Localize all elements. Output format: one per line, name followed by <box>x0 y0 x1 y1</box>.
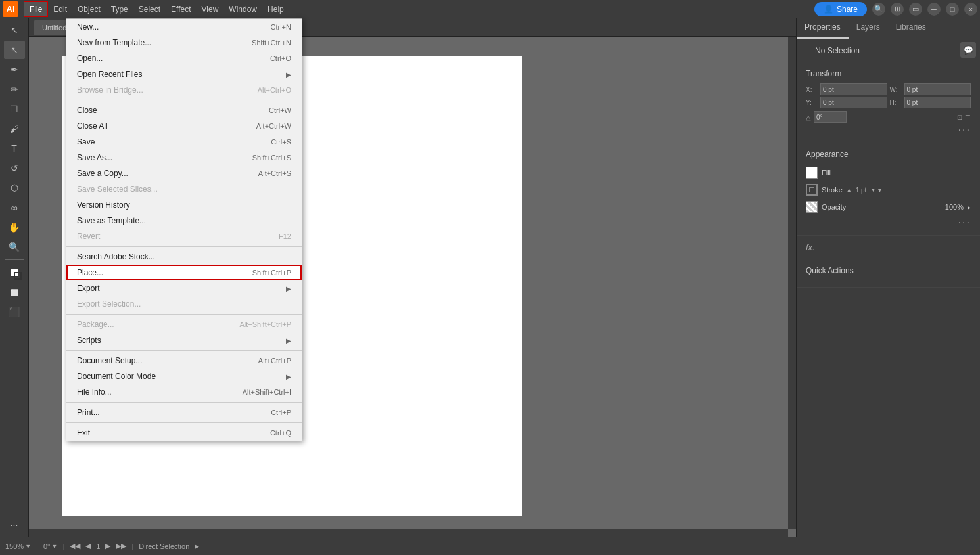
menu-save[interactable]: Save Ctrl+S <box>66 134 302 150</box>
menu-file-info[interactable]: File Info... Alt+Shift+Ctrl+I <box>66 384 302 400</box>
menu-new[interactable]: New... Ctrl+N <box>66 19 302 35</box>
menu-sa-shortcut: Shift+Ctrl+S <box>252 154 291 162</box>
menu-save-shortcut: Ctrl+S <box>271 138 291 146</box>
menu-sa-label: Save As... <box>77 153 112 162</box>
menu-print-shortcut: Ctrl+P <box>271 409 291 416</box>
menu-new-label: New... <box>77 22 99 32</box>
menu-save-as-template[interactable]: Save as Template... <box>66 213 302 229</box>
menu-fi-shortcut: Alt+Shift+Ctrl+I <box>243 388 291 396</box>
menu-open-label: Open... <box>77 54 103 63</box>
menu-ca-shortcut: Alt+Ctrl+W <box>256 122 291 130</box>
menu-scripts[interactable]: Scripts ▶ <box>66 332 302 348</box>
menu-export[interactable]: Export ▶ <box>66 280 302 296</box>
menu-scripts-label: Scripts <box>77 336 101 345</box>
menu-sc-shortcut: Alt+Ctrl+S <box>258 169 291 177</box>
menu-scripts-arrow: ▶ <box>286 337 291 344</box>
menu-browse-bridge[interactable]: Browse in Bridge... Alt+Ctrl+O <box>66 82 302 98</box>
dropdown-overlay: New... Ctrl+N New from Template... Shift… <box>0 0 980 555</box>
menu-exit[interactable]: Exit Ctrl+Q <box>66 425 302 441</box>
menu-save-copy[interactable]: Save a Copy... Alt+Ctrl+S <box>66 166 302 181</box>
menu-save-as[interactable]: Save As... Shift+Ctrl+S <box>66 150 302 166</box>
menu-sat-label: Save as Template... <box>77 216 146 225</box>
separator-2 <box>66 246 302 247</box>
menu-exit-shortcut: Ctrl+Q <box>270 429 291 437</box>
menu-save-selected-slices[interactable]: Save Selected Slices... <box>66 181 302 197</box>
menu-es-label: Export Selection... <box>77 300 141 309</box>
menu-bb-label: Browse in Bridge... <box>77 85 143 95</box>
separator-6 <box>66 422 302 423</box>
file-menu-dropdown: New... Ctrl+N New from Template... Shift… <box>66 18 302 441</box>
separator-5 <box>66 402 302 403</box>
menu-document-setup[interactable]: Document Setup... Alt+Ctrl+P <box>66 353 302 368</box>
menu-revert[interactable]: Revert F12 <box>66 229 302 244</box>
menu-revert-shortcut: F12 <box>279 233 291 240</box>
menu-nft-shortcut: Shift+Ctrl+N <box>252 39 291 47</box>
menu-sc-label: Save a Copy... <box>77 169 128 178</box>
menu-close-shortcut: Ctrl+W <box>269 106 291 114</box>
menu-place-shortcut: Shift+Ctrl+P <box>252 269 291 277</box>
menu-ds-shortcut: Alt+Ctrl+P <box>258 357 291 365</box>
menu-place-label: Place... <box>77 268 103 277</box>
menu-print-label: Print... <box>77 408 100 417</box>
menu-open[interactable]: Open... Ctrl+O <box>66 51 302 66</box>
menu-open-shortcut: Ctrl+O <box>270 55 291 62</box>
menu-search-stock[interactable]: Search Adobe Stock... <box>66 249 302 265</box>
menu-close[interactable]: Close Ctrl+W <box>66 102 302 118</box>
menu-version-history[interactable]: Version History <box>66 197 302 213</box>
menu-new-from-template[interactable]: New from Template... Shift+Ctrl+N <box>66 35 302 51</box>
menu-ds-label: Document Setup... <box>77 356 142 365</box>
menu-export-arrow: ▶ <box>286 285 291 292</box>
separator-4 <box>66 350 302 351</box>
menu-open-recent[interactable]: Open Recent Files ▶ <box>66 66 302 82</box>
menu-fi-label: File Info... <box>77 388 112 397</box>
menu-vh-label: Version History <box>77 200 130 210</box>
menu-document-color[interactable]: Document Color Mode ▶ <box>66 368 302 384</box>
separator-1 <box>66 100 302 100</box>
menu-dc-arrow: ▶ <box>286 373 291 380</box>
menu-package[interactable]: Package... Alt+Shift+Ctrl+P <box>66 317 302 332</box>
menu-print[interactable]: Print... Ctrl+P <box>66 405 302 420</box>
menu-bb-shortcut: Alt+Ctrl+O <box>258 86 291 94</box>
menu-save-label: Save <box>77 137 95 146</box>
menu-ss-label: Search Adobe Stock... <box>77 252 155 261</box>
menu-exit-label: Exit <box>77 428 90 437</box>
menu-pkg-shortcut: Alt+Shift+Ctrl+P <box>239 321 291 328</box>
menu-nft-label: New from Template... <box>77 38 151 47</box>
menu-sss-label: Save Selected Slices... <box>77 185 158 194</box>
menu-place[interactable]: Place... Shift+Ctrl+P <box>66 265 302 280</box>
menu-revert-label: Revert <box>77 232 100 241</box>
menu-orf-label: Open Recent Files <box>77 70 142 79</box>
menu-dc-label: Document Color Mode <box>77 372 156 381</box>
menu-ca-label: Close All <box>77 122 108 131</box>
menu-orf-arrow: ▶ <box>286 71 291 78</box>
menu-export-selection[interactable]: Export Selection... <box>66 296 302 312</box>
menu-close-label: Close <box>77 106 97 115</box>
separator-3 <box>66 314 302 315</box>
menu-close-all[interactable]: Close All Alt+Ctrl+W <box>66 118 302 134</box>
menu-export-label: Export <box>77 284 100 293</box>
menu-new-shortcut: Ctrl+N <box>271 23 291 31</box>
menu-pkg-label: Package... <box>77 320 114 329</box>
